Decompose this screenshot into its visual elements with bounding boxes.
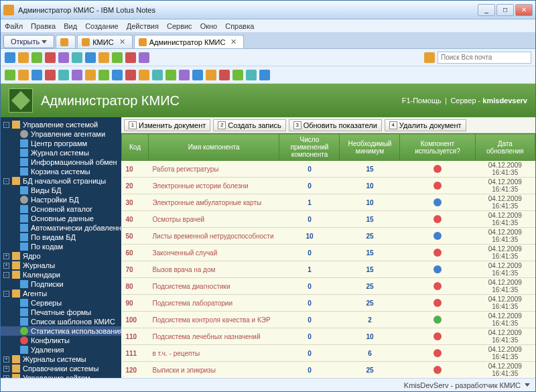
expand-icon[interactable]: + <box>3 253 9 259</box>
tree-item[interactable]: Журнал системы <box>1 148 121 157</box>
tb-icon[interactable] <box>259 70 270 80</box>
tb-icon[interactable] <box>152 70 163 80</box>
tb-icon[interactable] <box>206 70 216 80</box>
expand-icon[interactable]: - <box>3 178 9 184</box>
table-row[interactable]: 90Подсистема лаборатории02504.12.2009 16… <box>122 295 535 312</box>
tree-item[interactable]: По видам БД <box>1 233 121 242</box>
search-icon[interactable] <box>424 52 435 63</box>
table-row[interactable]: 110Подсистема лечебных назначений01004.1… <box>122 328 535 345</box>
tree-item[interactable]: +Журналы системы <box>1 354 121 364</box>
expand-icon[interactable]: - <box>3 122 9 128</box>
tb-icon[interactable] <box>5 52 15 63</box>
tb-icon[interactable] <box>72 52 82 63</box>
expand-icon[interactable]: - <box>3 291 9 297</box>
home-tab[interactable] <box>56 35 76 48</box>
tb-icon[interactable] <box>246 70 257 80</box>
menu-item[interactable]: Окно <box>200 22 218 30</box>
tb-icon[interactable] <box>58 52 69 63</box>
tb-icon[interactable] <box>85 70 96 80</box>
action-button[interactable]: 1Изменить документ <box>124 119 210 131</box>
tb-icon[interactable] <box>165 70 176 80</box>
tree-item[interactable]: Центр программ <box>1 139 121 148</box>
close-icon[interactable]: ✕ <box>230 38 237 46</box>
tree-item[interactable]: Корзина системы <box>1 167 121 176</box>
tb-icon[interactable] <box>139 52 149 63</box>
tree-item[interactable]: -БД начальной страницы <box>1 176 121 186</box>
tree-item[interactable]: -Управление системой <box>1 120 121 129</box>
tree-item[interactable]: Список шаблонов КМИС <box>1 317 121 326</box>
help-label[interactable]: F1-Помощь <box>402 96 442 105</box>
table-row[interactable]: 80Подсистема диагностики02504.12.2009 16… <box>122 278 535 295</box>
column-header[interactable]: Компонент используется? <box>400 134 475 161</box>
menu-item[interactable]: Справка <box>225 22 254 30</box>
tree-item[interactable]: Статистика использования <box>1 326 121 336</box>
action-button[interactable]: 2Создать запись <box>213 119 285 131</box>
tab[interactable]: Администратор КМИС✕ <box>134 35 245 48</box>
menu-item[interactable]: Правка <box>31 22 56 30</box>
menu-item[interactable]: Действия <box>127 22 159 30</box>
table-row[interactable]: 111 в т.ч. - рецепты0604.12.2009 16:41:3… <box>122 345 535 362</box>
tb-icon[interactable] <box>72 70 82 80</box>
tree-item[interactable]: Основные данные <box>1 214 121 223</box>
tb-icon[interactable] <box>18 70 29 80</box>
table-wrap[interactable]: КодИмя компонентаЧисло применений компон… <box>121 133 535 378</box>
menu-item[interactable]: Вид <box>64 22 77 30</box>
expand-icon[interactable]: + <box>3 356 9 363</box>
maximize-button[interactable]: □ <box>496 4 514 16</box>
tb-icon[interactable] <box>98 52 109 63</box>
tree-item[interactable]: По кодам <box>1 242 121 251</box>
tb-icon[interactable] <box>192 70 203 80</box>
tree-item[interactable]: Информационный обмен <box>1 157 121 167</box>
tb-icon[interactable] <box>98 70 109 80</box>
tree-item[interactable]: +Журналы <box>1 261 121 270</box>
tb-icon[interactable] <box>139 70 149 80</box>
tb-icon[interactable] <box>31 70 42 80</box>
tb-icon[interactable] <box>125 70 136 80</box>
chevron-down-icon[interactable] <box>525 383 530 387</box>
tb-icon[interactable] <box>85 52 96 63</box>
table-row[interactable]: 120Выписки и эпикризы02504.12.2009 16:41… <box>122 362 535 379</box>
tree-item[interactable]: +Управление сайтом <box>1 373 121 378</box>
tb-icon[interactable] <box>31 52 42 63</box>
action-button[interactable]: 3Обновить показатели <box>289 119 382 131</box>
tree-item[interactable]: Управление агентами <box>1 129 121 139</box>
expand-icon[interactable]: + <box>3 263 9 269</box>
table-row[interactable]: 40Осмотры врачей01504.12.2009 16:41:35 <box>122 211 535 228</box>
column-header[interactable]: Число применений компонента <box>279 134 340 161</box>
tb-icon[interactable] <box>179 70 190 80</box>
tree-item[interactable]: Основной каталог <box>1 204 121 214</box>
menu-item[interactable]: Создание <box>85 22 119 30</box>
tree-item[interactable]: Печатные формы <box>1 308 121 317</box>
tree-item[interactable]: Виды БД <box>1 186 121 195</box>
table-row[interactable]: 20Электронные истории болезни01004.12.20… <box>122 178 535 194</box>
tree-item[interactable]: -Календари <box>1 270 121 279</box>
tree-item[interactable]: Удаления <box>1 345 121 354</box>
tb-icon[interactable] <box>125 52 136 63</box>
table-row[interactable]: 10Работа регистратуры01504.12.2009 16:41… <box>122 161 535 178</box>
menu-item[interactable]: Файл <box>5 22 23 30</box>
tree-item[interactable]: Автоматически добавленн <box>1 223 121 233</box>
table-row[interactable]: 50Листы временной нетрудоспособности1025… <box>122 228 535 245</box>
tree-item[interactable]: Серверы <box>1 298 121 308</box>
tree-item[interactable]: +Ядро <box>1 251 121 261</box>
table-row[interactable]: 70Вызов врача на дом11504.12.2009 16:41:… <box>122 261 535 278</box>
table-row[interactable]: 60Законченный случай01504.12.2009 16:41:… <box>122 245 535 261</box>
close-button[interactable]: ✕ <box>515 4 533 16</box>
expand-icon[interactable]: + <box>3 366 9 372</box>
tb-icon[interactable] <box>232 70 243 80</box>
tree-item[interactable]: Настройки БД <box>1 195 121 204</box>
tb-icon[interactable] <box>45 70 56 80</box>
action-button[interactable]: 4Удалить документ <box>385 119 466 131</box>
tb-icon[interactable] <box>219 70 230 80</box>
table-row[interactable]: 30Электронные амбулаторные карты11004.12… <box>122 194 535 211</box>
tb-icon[interactable] <box>112 52 123 63</box>
tb-icon[interactable] <box>5 70 15 80</box>
column-header[interactable]: Имя компонента <box>149 134 279 161</box>
tree-item[interactable]: Конфликты <box>1 336 121 345</box>
tb-icon[interactable] <box>112 70 123 80</box>
column-header[interactable]: Дата обновления <box>475 134 535 161</box>
tb-icon[interactable] <box>58 70 69 80</box>
expand-icon[interactable]: - <box>3 272 9 278</box>
tb-icon[interactable] <box>18 52 29 63</box>
column-header[interactable]: Код <box>122 134 149 161</box>
